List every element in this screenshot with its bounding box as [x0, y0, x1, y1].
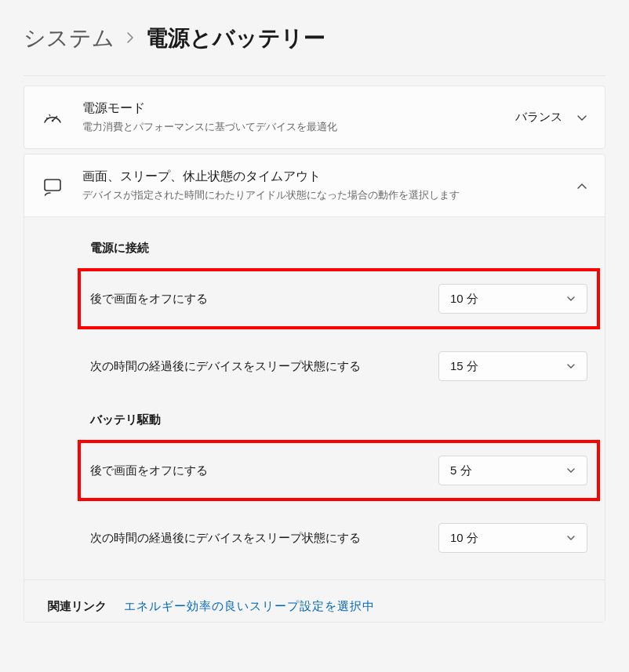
highlight-battery-screen-off: 後で画面をオフにする 5 分	[78, 440, 600, 501]
battery-heading: バッテリ駆動	[24, 394, 605, 440]
plugged-sleep-label: 次の時間の経過後にデバイスをスリープ状態にする	[90, 358, 438, 376]
chevron-right-icon	[125, 28, 135, 49]
battery-screen-off-row: 後で画面をオフにする 5 分	[90, 451, 587, 490]
timeouts-desc: デバイスが指定された時間にわたりアイドル状態になった場合の動作を選択します	[82, 188, 576, 202]
timeouts-header[interactable]: 画面、スリープ、休止状態のタイムアウト デバイスが指定された時間にわたりアイドル…	[24, 154, 605, 216]
chevron-down-icon	[566, 294, 576, 303]
power-mode-title: 電源モード	[82, 100, 515, 117]
plugged-screen-off-dropdown[interactable]: 10 分	[438, 284, 587, 314]
svg-line-3	[49, 114, 50, 115]
related-links-row: 関連リンク エネルギー効率の良いスリープ設定を選択中	[24, 579, 605, 622]
power-mode-card[interactable]: 電源モード 電力消費とパフォーマンスに基づいてデバイスを最適化 バランス	[24, 85, 605, 149]
timeouts-body: 電源に接続 後で画面をオフにする 10 分 次の時間の経過後にデバイスをスリープ…	[24, 216, 605, 622]
gauge-icon	[42, 107, 64, 129]
plugged-screen-off-value: 10 分	[450, 292, 478, 307]
timeouts-title: 画面、スリープ、休止状態のタイムアウト	[82, 169, 576, 185]
chevron-down-icon	[566, 361, 576, 371]
svg-line-2	[47, 118, 49, 118]
chevron-down-icon	[566, 533, 576, 543]
timeouts-card: 画面、スリープ、休止状態のタイムアウト デバイスが指定された時間にわたりアイドル…	[24, 154, 605, 623]
breadcrumb-parent[interactable]: システム	[24, 24, 115, 53]
battery-sleep-label: 次の時間の経過後にデバイスをスリープ状態にする	[90, 529, 438, 547]
highlight-plugged-screen-off: 後で画面をオフにする 10 分	[78, 268, 600, 329]
plugged-screen-off-label: 後で画面をオフにする	[90, 290, 438, 308]
power-mode-value: バランス	[515, 110, 562, 125]
plugged-sleep-dropdown[interactable]: 15 分	[438, 351, 587, 381]
plugged-in-heading: 電源に接続	[24, 222, 605, 268]
chevron-up-icon	[576, 180, 587, 191]
battery-sleep-value: 10 分	[450, 531, 478, 546]
plugged-screen-off-row: 後で画面をオフにする 10 分	[90, 279, 587, 318]
battery-sleep-row: 次の時間の経過後にデバイスをスリープ状態にする 10 分	[90, 510, 587, 565]
chevron-down-icon	[576, 112, 587, 123]
related-links-label: 関連リンク	[48, 599, 107, 614]
power-mode-desc: 電力消費とパフォーマンスに基づいてデバイスを最適化	[82, 120, 515, 134]
plugged-sleep-value: 15 分	[450, 359, 478, 374]
related-link-sleep-settings[interactable]: エネルギー効率の良いスリープ設定を選択中	[124, 599, 375, 614]
breadcrumb: システム 電源とバッテリー	[0, 0, 629, 75]
plugged-sleep-row: 次の時間の経過後にデバイスをスリープ状態にする 15 分	[90, 339, 587, 394]
page-title: 電源とバッテリー	[146, 24, 325, 53]
battery-screen-off-label: 後で画面をオフにする	[90, 462, 438, 480]
svg-rect-4	[45, 180, 60, 191]
battery-sleep-dropdown[interactable]: 10 分	[438, 523, 587, 553]
chevron-down-icon	[566, 466, 576, 475]
screen-icon	[42, 175, 64, 197]
battery-screen-off-value: 5 分	[450, 463, 472, 478]
battery-screen-off-dropdown[interactable]: 5 分	[438, 456, 587, 485]
